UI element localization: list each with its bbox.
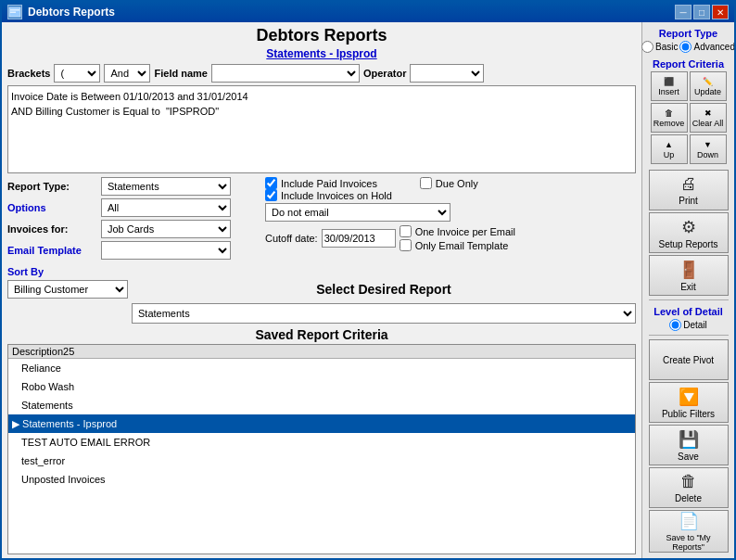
report-type-label: Report Type: xyxy=(7,181,95,192)
one-invoice-row: One Invoice per Email xyxy=(400,225,515,237)
criteria-section-title: Report Criteria xyxy=(653,58,724,70)
sort-by-select[interactable]: Billing Customer xyxy=(7,280,128,299)
right-options: Include Paid Invoices Include Invoices o… xyxy=(265,177,636,253)
one-invoice-label: One Invoice per Email xyxy=(415,226,515,237)
advanced-radio[interactable] xyxy=(679,41,692,53)
options-label: Options xyxy=(7,202,95,213)
level-of-detail-title: Level of Detail xyxy=(654,306,723,317)
due-only-checkbox[interactable] xyxy=(420,177,432,189)
save-my-reports-icon: 📄 xyxy=(679,511,699,531)
clear-all-icon: ✖ xyxy=(704,108,712,118)
setup-reports-button[interactable]: ⚙ Setup Reports xyxy=(649,212,729,253)
email-template-label: Email Template xyxy=(7,245,95,256)
create-pivot-button[interactable]: Create Pivot xyxy=(649,339,729,380)
and-select[interactable]: AndOr xyxy=(104,64,150,83)
svg-rect-1 xyxy=(10,9,19,11)
down-button[interactable]: ▼ Down xyxy=(690,134,727,164)
public-filters-button[interactable]: 🔽 Public Filters xyxy=(649,382,729,423)
exit-button[interactable]: 🚪 Exit xyxy=(649,255,729,296)
detail-label: Detail xyxy=(683,320,707,330)
save-icon: 💾 xyxy=(679,429,699,450)
close-button[interactable]: ✕ xyxy=(712,5,729,19)
field-name-select[interactable] xyxy=(211,64,360,83)
include-paid-label: Include Paid Invoices xyxy=(281,178,377,189)
up-label: Up xyxy=(664,150,675,159)
maximize-button[interactable]: □ xyxy=(693,5,710,19)
basic-label: Basic xyxy=(655,42,678,52)
include-hold-checkbox[interactable] xyxy=(265,189,277,201)
public-filters-icon: 🔽 xyxy=(679,387,699,407)
list-item[interactable]: Unposted Invoices xyxy=(8,470,635,489)
do-not-email-row: Do not email xyxy=(265,203,636,222)
desired-report-select[interactable]: Statements xyxy=(132,303,636,324)
save-label: Save xyxy=(678,452,699,462)
save-my-reports-label: Save to "My Reports" xyxy=(650,533,728,552)
email-template-select[interactable] xyxy=(101,241,231,260)
saved-report-list[interactable]: Reliance Robo Wash Statements ▶ Statemen… xyxy=(8,359,635,554)
divider-2 xyxy=(649,335,729,336)
one-invoice-checkbox[interactable] xyxy=(400,225,412,237)
include-hold-label: Include Invoices on Hold xyxy=(281,190,392,201)
print-icon: 🖨 xyxy=(680,174,697,194)
remove-label: Remove xyxy=(654,119,685,128)
report-type-select[interactable]: Statements xyxy=(101,177,231,196)
main-content-area: Debtors Reports Statements - Ipsprod Bra… xyxy=(2,22,734,558)
page-title: Debtors Reports xyxy=(7,26,636,45)
saved-report-section: Description25 Reliance Robo Wash Stateme… xyxy=(7,344,636,554)
remove-button[interactable]: 🗑 Remove xyxy=(651,103,688,133)
list-item[interactable]: TEST AUTO EMAIL ERROR xyxy=(8,433,635,452)
only-email-template-checkbox[interactable] xyxy=(400,239,412,251)
criteria-line-1: Invoice Date is Between 01/10/2013 and 3… xyxy=(11,89,632,104)
cutoff-date-input[interactable] xyxy=(322,229,396,248)
list-item[interactable]: ▶ Statements - Ipsprod xyxy=(8,414,635,433)
do-not-email-select[interactable]: Do not email xyxy=(265,203,450,222)
insert-icon: ⬛ xyxy=(664,77,674,86)
operator-label: Operator xyxy=(363,68,406,79)
invoices-for-select[interactable]: Job Cards xyxy=(101,220,231,238)
level-detail-row: Detail xyxy=(669,319,707,331)
delete-icon: 🗑 xyxy=(680,472,697,491)
window-title: Debtors Reports xyxy=(28,6,675,19)
save-my-reports-button[interactable]: 📄 Save to "My Reports" xyxy=(649,510,729,553)
save-button[interactable]: 💾 Save xyxy=(649,425,729,465)
detail-radio[interactable] xyxy=(669,319,681,331)
report-type-section-title: Report Type xyxy=(659,28,717,39)
svg-rect-2 xyxy=(10,12,16,14)
remove-icon: 🗑 xyxy=(665,108,673,118)
field-name-label: Field name xyxy=(154,68,207,79)
remove-clearall-row: 🗑 Remove ✖ Clear All xyxy=(651,103,727,133)
include-paid-checkbox[interactable] xyxy=(265,177,277,189)
update-button[interactable]: ✏️ Update xyxy=(690,71,727,101)
list-item[interactable]: Robo Wash xyxy=(8,377,635,396)
clear-all-button[interactable]: ✖ Clear All xyxy=(690,103,727,133)
right-panel: Report Type Basic Advanced Report Criter… xyxy=(641,22,734,558)
subtitle-link[interactable]: Statements - Ipsprod xyxy=(7,47,636,60)
delete-button[interactable]: 🗑 Delete xyxy=(649,467,729,508)
brackets-select[interactable]: () xyxy=(54,64,100,83)
list-item[interactable]: Statements xyxy=(8,396,635,414)
only-email-template-row: Only Email Template xyxy=(400,239,515,251)
up-button[interactable]: ▲ Up xyxy=(651,134,688,164)
divider-1 xyxy=(649,299,729,300)
down-label: Down xyxy=(697,150,718,159)
delete-label: Delete xyxy=(675,493,702,503)
basic-radio[interactable] xyxy=(641,41,654,53)
list-item[interactable]: Reliance xyxy=(8,359,635,377)
window-controls: ─ □ ✕ xyxy=(675,5,729,19)
list-item[interactable]: test_error xyxy=(8,452,635,470)
sort-row: Billing Customer Select Desired Report xyxy=(7,279,636,299)
include-hold-row: Include Invoices on Hold xyxy=(265,189,392,201)
report-type-radio-row: Basic Advanced xyxy=(641,41,734,53)
insert-button[interactable]: ⬛ Insert xyxy=(651,71,688,101)
update-label: Update xyxy=(694,87,721,96)
cutoff-row: Cutoff date: One Invoice per Email Only … xyxy=(265,225,636,251)
print-button[interactable]: 🖨 Print xyxy=(649,170,729,210)
select-desired-report-title: Select Desired Report xyxy=(132,282,636,297)
public-filters-label: Public Filters xyxy=(662,409,715,419)
saved-report-criteria-title: Saved Report Criteria xyxy=(7,327,636,342)
due-only-label: Due Only xyxy=(436,178,478,189)
minimize-button[interactable]: ─ xyxy=(675,5,692,19)
operator-select[interactable] xyxy=(410,64,484,83)
due-only-row: Due Only xyxy=(420,177,478,189)
options-select[interactable]: All xyxy=(101,198,231,217)
